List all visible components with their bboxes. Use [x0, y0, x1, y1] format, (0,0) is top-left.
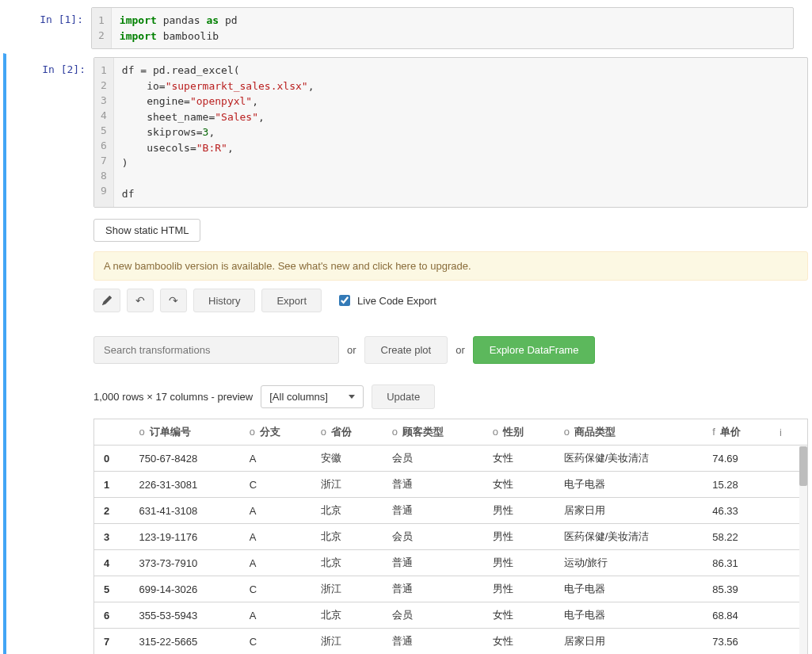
- cell: A: [240, 446, 311, 472]
- preview-text: 1,000 rows × 17 columns - preview: [93, 391, 253, 403]
- notebook: In [1]: 12 import pandas as pd import ba…: [0, 0, 812, 654]
- cell: 226-31-3081: [129, 472, 239, 498]
- cell: 男性: [483, 498, 555, 524]
- cell: C: [240, 576, 311, 602]
- upgrade-alert[interactable]: A new bamboolib version is available. Se…: [93, 251, 808, 281]
- code-content[interactable]: df = pd.read_excel( io="supermarkt_sales…: [114, 58, 322, 207]
- live-code-export-checkbox[interactable]: Live Code Export: [336, 293, 436, 308]
- row-index: 2: [94, 498, 129, 524]
- history-button[interactable]: History: [193, 289, 255, 312]
- table-row[interactable]: 3123-19-1176A北京会员男性医药保健/美妆清洁58.22: [94, 524, 807, 550]
- pencil-icon[interactable]: [93, 289, 120, 312]
- cell: 74.69: [703, 446, 770, 472]
- cell: 安徽: [311, 446, 383, 472]
- cell: 46.33: [703, 498, 770, 524]
- cell: C: [240, 629, 311, 654]
- cell: 男性: [483, 576, 555, 602]
- cell: 北京: [311, 550, 383, 576]
- code-cell-1[interactable]: In [1]: 12 import pandas as pd import ba…: [3, 3, 799, 53]
- show-static-html-button[interactable]: Show static HTML: [93, 219, 200, 243]
- cell: 北京: [311, 498, 383, 524]
- cell: 居家日用: [555, 629, 703, 654]
- column-header[interactable]: f单价: [703, 419, 770, 446]
- cell: 女性: [483, 472, 555, 498]
- explore-dataframe-button[interactable]: Explore DataFrame: [473, 336, 596, 364]
- action-row: or Create plot or Explore DataFrame: [93, 336, 808, 364]
- dataframe-table: o订单编号o分支o省份o顾客类型o性别o商品类型f单价i0750-67-8428…: [93, 419, 808, 654]
- vertical-scrollbar-thumb[interactable]: [799, 446, 807, 486]
- cell: 女性: [483, 629, 555, 654]
- cell: 电子电器: [555, 472, 703, 498]
- code-cell-2[interactable]: In [2]: 123456789 df = pd.read_excel( io…: [3, 53, 799, 654]
- or-text-1: or: [347, 344, 356, 356]
- input-prompt: In [2]:: [6, 57, 93, 654]
- line-gutter: 12: [92, 8, 112, 48]
- columns-select[interactable]: [All columns]: [261, 385, 364, 408]
- cell: 女性: [483, 602, 555, 629]
- cell: 居家日用: [555, 498, 703, 524]
- export-button[interactable]: Export: [261, 289, 322, 312]
- cell: 普通: [383, 576, 483, 602]
- table-row[interactable]: 6355-53-5943A北京会员女性电子电器68.84: [94, 602, 807, 629]
- columns-select-value: [All columns]: [269, 391, 328, 403]
- table-row[interactable]: 1226-31-3081C浙江普通女性电子电器15.28: [94, 472, 807, 498]
- row-index: 6: [94, 602, 129, 629]
- column-header[interactable]: o性别: [483, 419, 555, 446]
- row-index: 1: [94, 472, 129, 498]
- table-row[interactable]: 2631-41-3108A北京普通男性居家日用46.33: [94, 498, 807, 524]
- chevron-down-icon: [349, 395, 355, 399]
- cell: 355-53-5943: [129, 602, 239, 629]
- update-button[interactable]: Update: [372, 384, 435, 409]
- cell: 普通: [383, 550, 483, 576]
- row-index: 5: [94, 576, 129, 602]
- table-row[interactable]: 5699-14-3026C浙江普通男性电子电器85.39: [94, 576, 807, 602]
- code-editor[interactable]: 123456789 df = pd.read_excel( io="superm…: [93, 57, 808, 208]
- cell: 699-14-3026: [129, 576, 239, 602]
- cell: 68.84: [703, 602, 770, 629]
- cell: 86.31: [703, 550, 770, 576]
- cell: 会员: [383, 524, 483, 550]
- cell: 运动/旅行: [555, 550, 703, 576]
- live-code-export-input[interactable]: [339, 295, 350, 306]
- cell: 631-41-3108: [129, 498, 239, 524]
- table-row[interactable]: 0750-67-8428A安徽会员女性医药保健/美妆清洁74.69: [94, 446, 807, 472]
- column-header[interactable]: o订单编号: [129, 419, 239, 446]
- cell: 浙江: [311, 472, 383, 498]
- cell: 电子电器: [555, 576, 703, 602]
- table-row[interactable]: 4373-73-7910A北京普通男性运动/旅行86.31: [94, 550, 807, 576]
- input-prompt: In [1]:: [4, 7, 91, 49]
- cell: 电子电器: [555, 602, 703, 629]
- line-gutter: 123456789: [94, 58, 114, 207]
- cell: 男性: [483, 524, 555, 550]
- cell: 会员: [383, 446, 483, 472]
- column-header[interactable]: i: [770, 419, 807, 446]
- column-header[interactable]: o分支: [240, 419, 311, 446]
- undo-icon[interactable]: ↶: [127, 289, 154, 312]
- dataframe-grid: o订单编号o分支o省份o顾客类型o性别o商品类型f单价i0750-67-8428…: [94, 419, 807, 654]
- cell: 会员: [383, 602, 483, 629]
- cell: 普通: [383, 498, 483, 524]
- search-transformations-input[interactable]: [93, 336, 339, 364]
- cell: 男性: [483, 550, 555, 576]
- cell: C: [240, 472, 311, 498]
- column-header[interactable]: o商品类型: [555, 419, 703, 446]
- create-plot-button[interactable]: Create plot: [364, 336, 448, 364]
- redo-icon[interactable]: ↷: [160, 289, 187, 312]
- column-header[interactable]: [94, 419, 129, 446]
- code-content[interactable]: import pandas as pd import bamboolib: [112, 8, 246, 48]
- cell: A: [240, 524, 311, 550]
- column-header[interactable]: o省份: [311, 419, 383, 446]
- table-row[interactable]: 7315-22-5665C浙江普通女性居家日用73.56: [94, 629, 807, 654]
- cell: 750-67-8428: [129, 446, 239, 472]
- cell: 女性: [483, 446, 555, 472]
- code-editor[interactable]: 12 import pandas as pd import bamboolib: [91, 7, 794, 49]
- dataframe-scroll[interactable]: o订单编号o分支o省份o顾客类型o性别o商品类型f单价i0750-67-8428…: [94, 419, 807, 654]
- cell: 15.28: [703, 472, 770, 498]
- row-index: 7: [94, 629, 129, 654]
- cell: 普通: [383, 472, 483, 498]
- row-index: 3: [94, 524, 129, 550]
- cell: A: [240, 498, 311, 524]
- vertical-scrollbar[interactable]: [799, 446, 807, 654]
- cell: 医药保健/美妆清洁: [555, 524, 703, 550]
- column-header[interactable]: o顾客类型: [383, 419, 483, 446]
